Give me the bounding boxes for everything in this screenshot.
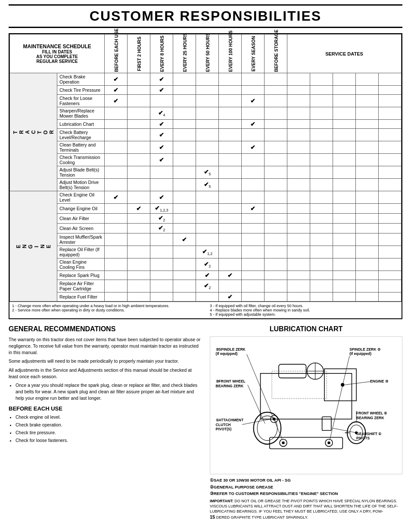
cell xyxy=(242,224,265,233)
table-row: Check Transmission Cooling ✔ xyxy=(10,154,402,166)
cell xyxy=(265,214,287,224)
service-date xyxy=(356,73,379,86)
lub-note-2: ②GENERAL PURPOSE GREASE xyxy=(210,485,402,490)
task-loose-fasteners: Check for Loose Fasteners xyxy=(57,95,105,107)
cell xyxy=(219,258,242,271)
service-date xyxy=(310,246,333,258)
task-clean-air-filter: Clean Air Filter xyxy=(57,214,105,224)
cell xyxy=(173,120,196,129)
page-title: CUSTOMER RESPONSIBILITIES xyxy=(9,8,402,24)
cell: ✔ xyxy=(242,204,265,214)
service-date xyxy=(287,86,310,95)
table-row: ENGINE Check Engine Oil Level ✔ ✔ xyxy=(10,191,402,204)
service-date xyxy=(379,214,402,224)
service-date xyxy=(379,258,402,271)
cell: ✔5 xyxy=(196,166,219,179)
table-row: Sharpen/Replace Mower Blades ✔4 xyxy=(10,107,402,120)
cell xyxy=(242,258,265,271)
section-tractor: TRACTOR xyxy=(10,73,57,191)
cell xyxy=(196,129,219,141)
service-date xyxy=(379,280,402,292)
cell xyxy=(128,271,150,280)
general-rec-para3: All adjustments in the Service and Adjus… xyxy=(9,367,201,380)
svg-line-33 xyxy=(345,382,370,385)
cell: ✔ xyxy=(150,73,173,86)
before-each-use-list: Check engine oil level. Check brake oper… xyxy=(16,414,201,443)
cell xyxy=(265,154,287,166)
service-date xyxy=(310,120,333,129)
table-row: Clean Engine Cooling Fins ✔2 xyxy=(10,258,402,271)
service-date xyxy=(287,258,310,271)
cell xyxy=(105,179,128,191)
cell xyxy=(173,107,196,120)
cell xyxy=(242,214,265,224)
cell: ✔ xyxy=(150,129,173,141)
task-clean-battery: Clean Battery and Terminals xyxy=(57,141,105,154)
cell xyxy=(128,154,150,166)
table-row: Inspect Muffler/Spark Arrester ✔ xyxy=(10,233,402,246)
cell xyxy=(196,154,219,166)
table-row: Replace Oil Filter (If equipped) ✔1,2 xyxy=(10,246,402,258)
cell xyxy=(265,258,287,271)
service-date xyxy=(333,258,356,271)
cell: ✔ xyxy=(128,204,150,214)
cell xyxy=(128,86,150,95)
service-date xyxy=(356,166,379,179)
cell: ✔ xyxy=(196,271,219,280)
note-4: 4 - Replace blades more often when mowin… xyxy=(210,308,399,312)
table-row: Check for Loose Fasteners ✔ ✔ xyxy=(10,95,402,107)
cell xyxy=(219,95,242,107)
cell xyxy=(128,292,150,302)
service-date xyxy=(379,120,402,129)
task-oil-filter: Replace Oil Filter (If equipped) xyxy=(57,246,105,258)
service-date xyxy=(310,141,333,154)
service-date xyxy=(379,107,402,120)
table-row: Replace Air Filter Paper Cartridge ✔2 xyxy=(10,280,402,292)
service-date xyxy=(379,95,402,107)
cell xyxy=(242,73,265,86)
note-2: 2 - Service more often when operating in… xyxy=(12,308,201,312)
svg-text:(If equipped): (If equipped) xyxy=(216,352,238,356)
task-muffler: Inspect Muffler/Spark Arrester xyxy=(57,233,105,246)
page-header: CUSTOMER RESPONSIBILITIES xyxy=(9,4,402,28)
cell xyxy=(265,95,287,107)
cell: ✔ xyxy=(150,154,173,166)
service-date xyxy=(287,73,310,86)
general-rec-para1: The warranty on this tractor does not co… xyxy=(9,336,201,355)
before-each-use-title: BEFORE EACH USE xyxy=(9,405,201,412)
cell xyxy=(242,292,265,302)
cell: ✔ xyxy=(242,120,265,129)
service-date xyxy=(287,292,310,302)
cell xyxy=(128,246,150,258)
table-row: Change Engine Oil ✔ ✔1,2,3 ✔ xyxy=(10,204,402,214)
cell xyxy=(265,141,287,154)
cell xyxy=(128,191,150,204)
cell xyxy=(150,246,173,258)
cell xyxy=(128,179,150,191)
task-battery-level: Check Battery Level/Recharge xyxy=(57,129,105,141)
notes-right: 3 - If equipped with oil filter, change … xyxy=(210,304,399,317)
service-date xyxy=(356,129,379,141)
cell xyxy=(105,280,128,292)
service-date xyxy=(379,191,402,204)
service-date xyxy=(333,233,356,246)
cell: ✔1,2 xyxy=(196,246,219,258)
task-change-oil: Change Engine Oil xyxy=(57,204,105,214)
cell xyxy=(242,280,265,292)
svg-text:BEARING ZERK: BEARING ZERK xyxy=(356,416,384,420)
service-date xyxy=(356,280,379,292)
service-date xyxy=(287,95,310,107)
cell xyxy=(105,141,128,154)
cell xyxy=(150,95,173,107)
cell xyxy=(219,166,242,179)
lub-diagram: ②SPINDLE ZERK (If equipped) SPINDLE ZERK… xyxy=(210,336,402,474)
service-date xyxy=(356,120,379,129)
cell xyxy=(265,129,287,141)
cell: ✔ xyxy=(219,292,242,302)
cell xyxy=(196,73,219,86)
service-date xyxy=(333,154,356,166)
general-rec-bullet1: Once a year you should replace the spark… xyxy=(16,382,201,401)
lub-note-1: ①SAE 30 OR 10W30 MOTOR OIL API - SG xyxy=(210,478,402,483)
cell xyxy=(173,258,196,271)
cell xyxy=(173,154,196,166)
